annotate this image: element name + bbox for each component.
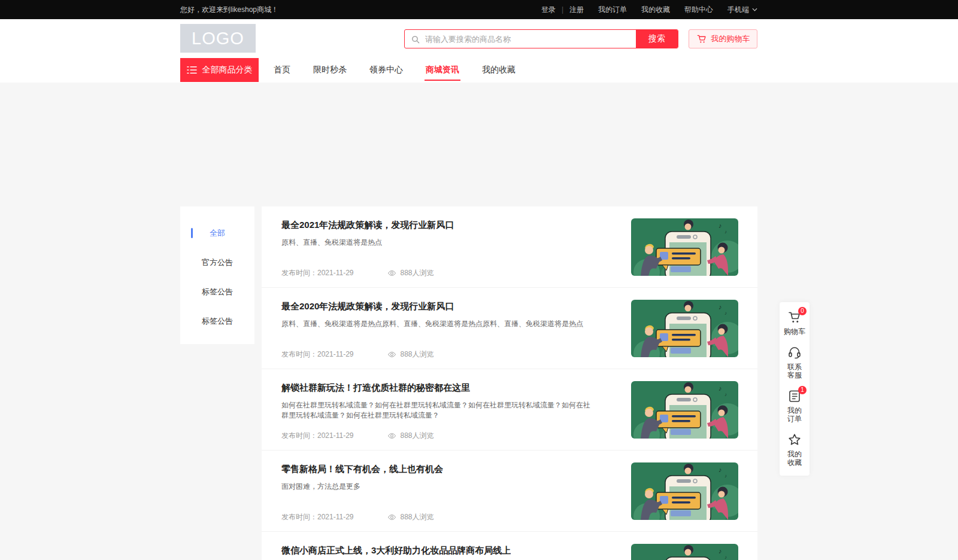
sidebar-item-label: 标签公告 [202,287,233,297]
eye-icon [387,433,396,439]
nav-item-flash-sale[interactable]: 限时秒杀 [302,58,358,82]
float-my-favorites-button[interactable]: 我的收藏 [787,433,802,467]
float-sidebar: 0 购物车 联系客服 1 我的订单 [780,302,810,476]
logo[interactable]: LOGO [180,24,256,53]
chevron-down-icon [752,8,757,11]
article-title[interactable]: 最全2020年法规政策解读，发现行业新风口 [281,301,454,312]
article-desc: 面对困难，方法总是更多 [281,482,593,492]
article-row[interactable]: 解锁社群新玩法！打造优质社群的秘密都在这里 如何在社群里玩转私域流量？如何在社群… [262,369,757,451]
float-my-favorites-label: 我的收藏 [787,450,802,467]
nav-item-my-favorites[interactable]: 我的收藏 [471,58,527,82]
article-title[interactable]: 最全2021年法规政策解读，发现行业新风口 [281,220,454,231]
publish-time: 发布时间：2021-11-29 [281,268,354,278]
float-customer-service-button[interactable]: 联系客服 [787,345,802,379]
topbar-my-favorites-link[interactable]: 我的收藏 [641,5,670,15]
article-meta: 发布时间：2021-11-29 888人浏览 [281,431,434,441]
sidebar-item-official-notice[interactable]: 官方公告 [180,248,254,277]
article-desc: 原料、直播、免税渠道将是热点 [281,238,593,248]
topbar-login-link[interactable]: 登录 [541,5,556,15]
article-row[interactable]: 最全2021年法规政策解读，发现行业新风口 原料、直播、免税渠道将是热点 发布时… [262,206,757,288]
star-icon [787,433,802,447]
divider: | [562,5,563,14]
topbar-links: 登录 | 注册 我的订单 我的收藏 帮助中心 手机端 [541,5,757,15]
main-nav: 全部商品分类 首页 限时秒杀 领券中心 商城资讯 我的收藏 [180,58,757,82]
sidebar-item-label: 全部 [210,228,225,239]
sidebar-item-label: 标签公告 [202,316,233,327]
article-list: 最全2021年法规政策解读，发现行业新风口 原料、直播、免税渠道将是热点 发布时… [262,206,757,560]
nav-item-coupon-center[interactable]: 领券中心 [358,58,414,82]
news-category-sidebar: 全部 官方公告 标签公告 标签公告 [180,206,254,344]
nav-item-mall-news[interactable]: 商城资讯 [414,58,471,82]
site-header: LOGO 搜索 我的购物车 全部商品分类 首页 [0,19,958,83]
eye-icon [387,351,396,358]
article-thumbnail [631,544,738,560]
view-count: 888人浏览 [387,349,434,360]
view-count: 888人浏览 [387,431,434,441]
search-input[interactable] [405,30,636,48]
order-list-icon: 1 [787,389,802,403]
search-bar: 搜索 [404,29,678,48]
float-cart-label: 购物车 [783,327,807,336]
category-list-icon [187,66,197,74]
topbar: 您好，欢迎来到likeshop商城！ 登录 | 注册 我的订单 我的收藏 帮助中… [0,0,958,19]
header-cart-button[interactable]: 我的购物车 [689,29,757,48]
view-count: 888人浏览 [387,268,434,278]
article-title[interactable]: 零售新格局！线下有机会，线上也有机会 [281,464,443,475]
float-my-orders-button[interactable]: 1 我的订单 [787,389,802,423]
article-row[interactable]: 零售新格局！线下有机会，线上也有机会 面对困难，方法总是更多 发布时间：2021… [262,451,757,532]
orders-badge: 1 [798,386,807,394]
article-thumbnail [631,300,738,357]
sidebar-item-tag-notice-2[interactable]: 标签公告 [180,306,254,336]
search-icon [411,35,420,44]
article-meta: 发布时间：2021-11-29 888人浏览 [281,512,434,522]
publish-time: 发布时间：2021-11-29 [281,349,354,360]
cart-icon [696,34,707,44]
topbar-register-link[interactable]: 注册 [569,5,584,15]
all-categories-button[interactable]: 全部商品分类 [180,58,259,82]
float-customer-service-label: 联系客服 [787,363,802,379]
float-my-orders-label: 我的订单 [787,406,802,423]
article-desc: 原料、直播、免税渠道将是热点原料、直播、免税渠道将是热点原料、直播、免税渠道将是… [281,319,593,329]
mobile-label: 手机端 [727,5,749,15]
article-thumbnail [631,381,738,439]
sidebar-item-all[interactable]: 全部 [180,218,254,248]
topbar-mobile-link[interactable]: 手机端 [727,5,757,15]
article-row[interactable]: 微信小商店正式上线，3大利好助力化妆品品牌商布局线上 [262,532,757,560]
cart-icon: 0 [787,310,802,324]
article-thumbnail [631,462,738,520]
publish-time: 发布时间：2021-11-29 [281,431,354,441]
float-cart-button[interactable]: 0 购物车 [783,310,807,336]
article-title[interactable]: 解锁社群新玩法！打造优质社群的秘密都在这里 [281,382,470,394]
article-thumbnail [631,218,738,276]
header-cart-label: 我的购物车 [711,34,750,44]
article-desc: 如何在社群里玩转私域流量？如何在社群里玩转私域流量？如何在社群里玩转私域流量？如… [281,400,593,421]
nav-item-home[interactable]: 首页 [262,58,302,82]
eye-icon [387,514,396,521]
search-button[interactable]: 搜索 [636,30,678,48]
article-title[interactable]: 微信小商店正式上线，3大利好助力化妆品品牌商布局线上 [281,545,511,556]
headset-icon [787,345,802,360]
cart-badge: 0 [798,307,807,315]
view-count: 888人浏览 [387,512,434,522]
article-row[interactable]: 最全2020年法规政策解读，发现行业新风口 原料、直播、免税渠道将是热点原料、直… [262,288,757,369]
active-indicator [191,228,193,238]
all-categories-label: 全部商品分类 [202,65,253,75]
sidebar-item-label: 官方公告 [202,257,233,268]
eye-icon [387,270,396,276]
publish-time: 发布时间：2021-11-29 [281,512,354,522]
welcome-text: 您好，欢迎来到likeshop商城！ [180,5,278,15]
sidebar-item-tag-notice-1[interactable]: 标签公告 [180,277,254,306]
topbar-my-orders-link[interactable]: 我的订单 [598,5,627,15]
article-meta: 发布时间：2021-11-29 888人浏览 [281,268,434,278]
article-meta: 发布时间：2021-11-29 888人浏览 [281,349,434,360]
topbar-help-center-link[interactable]: 帮助中心 [684,5,713,15]
